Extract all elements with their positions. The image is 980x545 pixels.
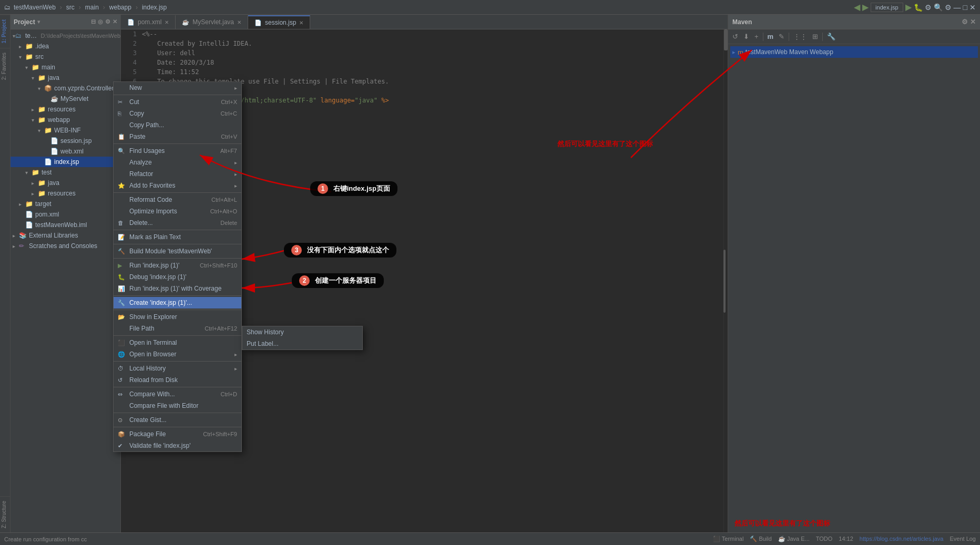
cm-copy[interactable]: ⎘ Copy Ctrl+C: [114, 108, 241, 119]
event-log-btn[interactable]: Event Log: [950, 536, 976, 542]
breadcrumb-src[interactable]: src: [66, 4, 75, 11]
navigate-back-icon[interactable]: ◀: [854, 2, 860, 12]
maven-settings-icon[interactable]: ⚙: [962, 18, 968, 26]
cm-terminal[interactable]: ⬛ Open in Terminal: [114, 337, 241, 348]
pom-tab-close[interactable]: ✕: [165, 19, 169, 25]
maven-expand-btn[interactable]: ⊞: [810, 32, 820, 42]
run-config-status[interactable]: Create run configuration from cc: [4, 536, 87, 542]
session-tab-close[interactable]: ✕: [299, 20, 303, 26]
cm-markplain[interactable]: 📝 Mark as Plain Text: [114, 231, 241, 243]
maven-columns-btn[interactable]: ⋮⋮: [791, 32, 809, 42]
tree-item-test[interactable]: ▾ 📁 test: [11, 167, 120, 178]
cm-copypath[interactable]: Copy Path...: [114, 119, 241, 131]
cm-debug[interactable]: 🐛 Debug 'index.jsp (1)': [114, 271, 241, 283]
tree-item-indexjsp[interactable]: 📄 index.jsp: [11, 157, 120, 167]
minimize-button[interactable]: —: [954, 3, 961, 12]
javae-tab[interactable]: ☕ Java E...: [778, 536, 810, 542]
cm-filepath[interactable]: File Path Ctrl+Alt+F12: [114, 323, 241, 334]
breadcrumb-project[interactable]: testMavenWeb: [14, 4, 56, 11]
cm-run[interactable]: ▶ Run 'index.jsp (1)' Ctrl+Shift+F10: [114, 260, 241, 271]
cm-refactor[interactable]: Refactor ▸: [114, 168, 241, 180]
url-indicator[interactable]: https://blog.csdn.net/articles.java: [860, 536, 944, 542]
debug-button[interactable]: 🐛: [914, 3, 923, 12]
tree-item-scratches[interactable]: ▸ ✏ Scratches and Consoles: [11, 241, 120, 251]
cm-showinexplorer[interactable]: 📂 Show in Explorer: [114, 311, 241, 323]
tree-item-testres[interactable]: ▸ 📁 resources: [11, 188, 120, 199]
tree-item-target[interactable]: ▸ 📁 target: [11, 199, 120, 209]
tree-item-webapp[interactable]: ▾ 📁 webapp: [11, 115, 120, 125]
breadcrumb-webapp[interactable]: webapp: [109, 4, 131, 11]
settings-icon[interactable]: ⚙: [945, 3, 952, 12]
scrollbar-thumb[interactable]: [724, 29, 728, 50]
search-everywhere-icon[interactable]: 🔍: [934, 3, 943, 12]
cm-optimize[interactable]: Optimize Imports Ctrl+Alt+O: [114, 205, 241, 217]
tree-item-resources[interactable]: ▸ 📁 resources: [11, 104, 120, 115]
breadcrumb-file[interactable]: index.jsp: [142, 4, 167, 11]
tab-myservlet[interactable]: ☕ MyServlet.java ✕: [176, 15, 248, 29]
close-button[interactable]: ✕: [969, 3, 976, 12]
cm-addtofav[interactable]: ⭐ Add to Favorites ▸: [114, 180, 241, 191]
structure-tab[interactable]: Z: Structure: [0, 496, 10, 532]
tree-item-myservlet[interactable]: ☕ MyServlet: [11, 94, 120, 104]
tree-item-iml[interactable]: 📄 testMavenWeb.iml: [11, 220, 120, 230]
caret-down-icon[interactable]: ▾: [37, 19, 40, 25]
maven-close-icon[interactable]: ✕: [970, 18, 976, 26]
tab-pomxml[interactable]: 📄 pom.xml ✕: [121, 15, 176, 29]
cm-packagefile[interactable]: 📦 Package File Ctrl+Shift+F9: [114, 428, 241, 440]
tree-item-java[interactable]: ▾ 📁 java: [11, 73, 120, 83]
cm-analyze[interactable]: Analyze ▸: [114, 157, 241, 168]
cm-localhistory[interactable]: ⏱ Local History ▸: [114, 363, 241, 374]
run-config-selector[interactable]: index.jsp: [871, 3, 903, 12]
lh-show-history[interactable]: Show History: [242, 326, 362, 338]
cm-browser[interactable]: 🌐 Open in Browser ▸: [114, 348, 241, 360]
locate-icon[interactable]: ◎: [98, 18, 103, 25]
cm-findusages[interactable]: 🔍 Find Usages Alt+F7: [114, 145, 241, 157]
cm-creategist[interactable]: ⊙ Create Gist...: [114, 414, 241, 426]
tree-item-webxml[interactable]: 📄 web.xml: [11, 146, 120, 157]
cm-build[interactable]: 🔨 Build Module 'testMavenWeb': [114, 245, 241, 257]
maximize-button[interactable]: □: [963, 3, 967, 12]
build-tab[interactable]: 🔨 Build: [750, 536, 772, 542]
tree-item-controller[interactable]: ▾ 📦 com.yzpnb.Controller: [11, 83, 120, 94]
maven-download-btn[interactable]: ⬇: [741, 32, 751, 42]
tree-item-main[interactable]: ▾ 📁 main: [11, 62, 120, 73]
breadcrumb-main[interactable]: main: [85, 4, 99, 11]
tree-item-root[interactable]: ▾ 🗂 testMavenWeb D:\IdeaProjects\testMav…: [11, 30, 120, 41]
maven-run-btn[interactable]: m: [765, 32, 776, 42]
tree-item-idea[interactable]: ▸ 📁 .idea: [11, 41, 120, 52]
cm-comparefileeditor[interactable]: Compare File with Editor: [114, 400, 241, 412]
settings-gear-icon[interactable]: ⚙: [105, 18, 110, 25]
tree-item-extlibs[interactable]: ▸ 📚 External Libraries: [11, 230, 120, 241]
servlet-tab-close[interactable]: ✕: [237, 19, 241, 25]
maven-wrench-btn[interactable]: 🔧: [825, 32, 838, 42]
cm-delete[interactable]: 🗑 Delete... Delete: [114, 217, 241, 229]
build-button[interactable]: ⚙: [925, 3, 932, 12]
favorites-tab[interactable]: 2: Favorites: [0, 48, 10, 84]
project-tab[interactable]: 1: Project: [0, 15, 10, 48]
navigate-forward-icon[interactable]: ▶: [862, 2, 869, 12]
maven-reload-btn[interactable]: ↺: [730, 32, 740, 42]
cm-new[interactable]: New ▸: [114, 82, 241, 94]
cm-create[interactable]: 🔧 Create 'index.jsp (1)'...: [114, 297, 241, 309]
tree-item-src[interactable]: ▾ 📁 src: [11, 52, 120, 62]
cm-reload[interactable]: ↺ Reload from Disk: [114, 374, 241, 386]
tree-item-testjava[interactable]: ▸ 📁 java: [11, 178, 120, 188]
collapse-all-icon[interactable]: ⊟: [91, 18, 96, 25]
cm-paste[interactable]: 📋 Paste Ctrl+V: [114, 131, 241, 142]
tree-item-webinf[interactable]: ▾ 📁 WEB-INF: [11, 125, 120, 136]
tree-item-sessionjsp[interactable]: 📄 session.jsp: [11, 136, 120, 146]
run-button[interactable]: ▶: [905, 2, 912, 12]
cm-validate[interactable]: ✔ Validate file 'index.jsp': [114, 440, 241, 451]
maven-project-item[interactable]: ▸ m testMavenWeb Maven Webapp: [730, 46, 978, 58]
cm-coverage[interactable]: 📊 Run 'index.jsp (1)' with Coverage: [114, 283, 241, 294]
scrollbar-vertical[interactable]: [723, 29, 728, 532]
cm-reformat[interactable]: Reformat Code Ctrl+Alt+L: [114, 194, 241, 205]
tab-sessionjsp[interactable]: 📄 session.jsp ✕: [248, 15, 310, 29]
maven-edit-btn[interactable]: ✎: [777, 32, 787, 42]
cm-comparewith[interactable]: ⇔ Compare With... Ctrl+D: [114, 388, 241, 400]
maven-add-btn[interactable]: +: [752, 32, 761, 42]
lh-put-label[interactable]: Put Label...: [242, 338, 362, 349]
terminal-tab[interactable]: ⬛ Terminal: [713, 536, 743, 542]
tree-item-pomxml[interactable]: 📄 pom.xml: [11, 209, 120, 220]
cm-cut[interactable]: ✂ Cut Ctrl+X: [114, 96, 241, 108]
